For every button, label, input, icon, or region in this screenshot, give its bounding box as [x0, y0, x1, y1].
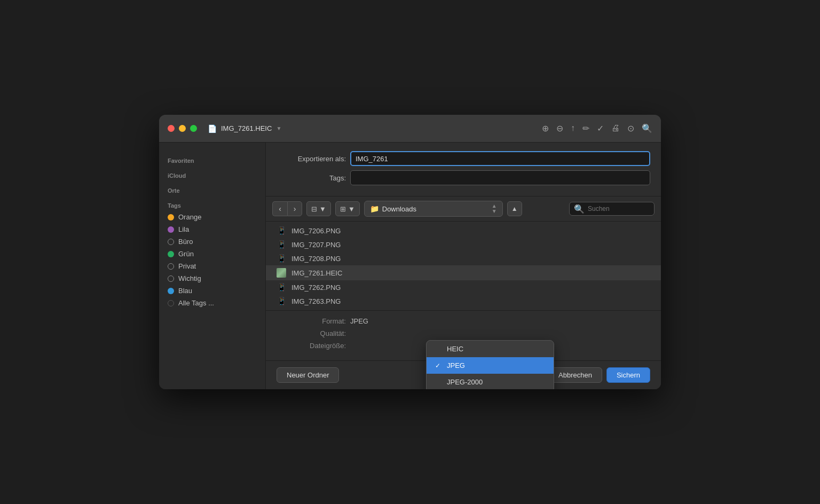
window-title: IMG_7261.HEIC — [221, 124, 272, 132]
expand-button[interactable]: ▲ — [507, 201, 522, 216]
file-type-icon-0: 📱 — [277, 226, 286, 235]
sidebar-item-buero[interactable]: Büro — [159, 235, 265, 248]
location-chevrons: ▲ ▼ — [492, 203, 497, 214]
title-chevron-icon[interactable]: ▼ — [276, 125, 281, 131]
check-jpeg2000 — [435, 379, 443, 386]
tag-dot-lila — [168, 226, 174, 233]
cancel-button[interactable]: Abbrechen — [548, 367, 602, 383]
file-name-0: IMG_7206.PNG — [291, 227, 341, 235]
sidebar-item-privat[interactable]: Privat — [159, 260, 265, 272]
file-icon: 📄 — [208, 124, 217, 133]
title-bar-center: 📄 IMG_7261.HEIC ▼ — [208, 124, 281, 133]
close-button[interactable] — [168, 125, 175, 132]
file-name-1: IMG_7207.PNG — [291, 241, 341, 249]
grid-icon: ⊞ — [340, 205, 346, 213]
file-name-3: IMG_7261.HEIC — [291, 269, 342, 277]
file-item-1[interactable]: 📱 IMG_7207.PNG — [266, 238, 661, 251]
file-type-icon-2: 📱 — [277, 254, 286, 263]
tag-dot-blau — [168, 288, 174, 294]
quality-label: Qualität: — [277, 329, 346, 337]
dropdown-item-jpeg[interactable]: ✓ JPEG — [427, 357, 554, 374]
sidebar-item-wichtig[interactable]: Wichtig — [159, 272, 265, 285]
main-content: Favoriten iCloud Orte Tags Orange Lila B… — [159, 143, 661, 389]
sidebar-item-lila[interactable]: Lila — [159, 223, 265, 235]
file-image-icon-3 — [277, 268, 286, 278]
sidebar-section-favoriten: Favoriten — [159, 155, 265, 166]
maximize-button[interactable] — [190, 125, 197, 132]
back-button[interactable]: ‹ — [272, 201, 287, 216]
nav-group: ‹ › — [272, 201, 302, 216]
title-bar: 📄 IMG_7261.HEIC ▼ ⊕ ⊖ ↑ ✏ ✓ 🖨 ⊙ 🔍 — [159, 115, 661, 143]
forward-button[interactable]: › — [287, 201, 302, 216]
dropdown-label-heic: HEIC — [447, 345, 463, 353]
print-icon[interactable]: 🖨 — [611, 123, 620, 133]
file-name-4: IMG_7262.PNG — [291, 284, 341, 292]
dropdown-item-jpeg2000[interactable]: JPEG-2000 — [427, 374, 554, 389]
tags-label: Tags: — [277, 174, 346, 182]
columns-icon: ⊟ — [311, 205, 317, 213]
top-form: Exportieren als: Tags: — [266, 143, 661, 196]
sidebar-item-alle-tags[interactable]: Alle Tags ... — [159, 297, 265, 309]
search-icon[interactable]: 🔍 — [642, 123, 652, 133]
file-name-2: IMG_7208.PNG — [291, 255, 341, 263]
file-type-icon-1: 📱 — [277, 240, 286, 249]
traffic-lights — [168, 125, 197, 132]
format-row: Format: JPEG — [277, 317, 650, 325]
sidebar-section-tags: Tags — [159, 200, 265, 211]
format-dropdown-menu: HEIC ✓ JPEG JPEG-2000 OpenEXR — [426, 340, 554, 389]
file-type-icon-4: 📱 — [277, 283, 286, 292]
tag-dot-gruen — [168, 251, 174, 257]
tags-row: Tags: — [277, 170, 650, 185]
file-name-5: IMG_7263.PNG — [291, 297, 341, 305]
file-item-4[interactable]: 📱 IMG_7262.PNG — [266, 280, 661, 294]
tag-dot-buero — [168, 239, 174, 245]
sidebar-item-gruen[interactable]: Grün — [159, 248, 265, 260]
tag-dot-wichtig — [168, 275, 174, 282]
rotate-icon[interactable]: ⊙ — [627, 123, 634, 133]
sidebar-item-label-orange: Orange — [178, 213, 201, 221]
format-value: JPEG — [350, 317, 368, 325]
sidebar-item-blau[interactable]: Blau — [159, 285, 265, 297]
new-folder-button[interactable]: Neuer Ordner — [277, 367, 339, 383]
file-item-3[interactable]: IMG_7261.HEIC — [266, 265, 661, 280]
save-button[interactable]: Sichern — [606, 367, 650, 383]
filesize-label: Dateigröße: — [277, 342, 346, 350]
export-row: Exportieren als: — [277, 151, 650, 166]
file-area-wrapper: Exportieren als: Tags: ‹ › ⊟ — [266, 143, 661, 389]
check-heic — [435, 345, 443, 353]
format-label: Format: — [277, 317, 346, 325]
sidebar-section-orte: Orte — [159, 185, 265, 196]
view-grid-button[interactable]: ⊞ ▼ — [335, 201, 360, 216]
sidebar-item-orange[interactable]: Orange — [159, 211, 265, 223]
file-item-2[interactable]: 📱 IMG_7208.PNG — [266, 251, 661, 265]
dropdown-item-heic[interactable]: HEIC — [427, 341, 554, 357]
sidebar-section-icloud: iCloud — [159, 170, 265, 181]
pencil-icon[interactable]: ✏ — [582, 123, 589, 133]
search-box[interactable]: 🔍 — [569, 202, 655, 216]
columns-chevron: ▼ — [319, 205, 326, 213]
search-icon: 🔍 — [574, 204, 585, 214]
check-jpeg: ✓ — [435, 362, 443, 369]
view-columns-button[interactable]: ⊟ ▼ — [306, 201, 331, 216]
zoom-out-icon[interactable]: ⊖ — [556, 123, 563, 133]
folder-icon: 📁 — [370, 204, 379, 213]
tag-dot-alle — [168, 300, 174, 306]
grid-chevron: ▼ — [348, 205, 355, 213]
share-icon[interactable]: ↑ — [571, 123, 575, 133]
search-input[interactable] — [588, 205, 650, 212]
tags-input[interactable] — [350, 170, 650, 185]
save-dialog: 📄 IMG_7261.HEIC ▼ ⊕ ⊖ ↑ ✏ ✓ 🖨 ⊙ 🔍 Favori… — [159, 115, 661, 389]
zoom-in-icon[interactable]: ⊕ — [542, 123, 549, 133]
export-input[interactable] — [350, 151, 650, 166]
file-image-preview — [277, 268, 286, 278]
export-label: Exportieren als: — [277, 155, 346, 163]
file-item-5[interactable]: 📱 IMG_7263.PNG — [266, 294, 661, 308]
location-picker[interactable]: 📁 Downloads ▲ ▼ — [364, 201, 503, 217]
checkmark-icon[interactable]: ✓ — [597, 123, 604, 133]
sidebar-item-label-privat: Privat — [178, 262, 196, 270]
sidebar: Favoriten iCloud Orte Tags Orange Lila B… — [159, 143, 266, 389]
sidebar-item-label-buero: Büro — [178, 238, 193, 246]
file-item-0[interactable]: 📱 IMG_7206.PNG — [266, 224, 661, 238]
minimize-button[interactable] — [179, 125, 186, 132]
file-list: 📱 IMG_7206.PNG 📱 IMG_7207.PNG 📱 IMG_7208… — [266, 222, 661, 310]
